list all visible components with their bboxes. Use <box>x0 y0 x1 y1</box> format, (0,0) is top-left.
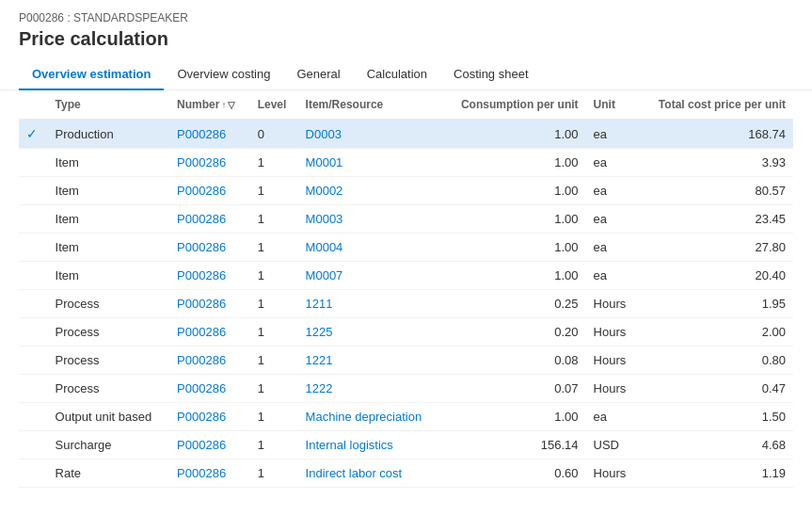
row-type: Item <box>48 234 170 262</box>
col-header-unit: Unit <box>586 90 638 120</box>
table-row[interactable]: ProcessP000286112110.25Hours1.95 <box>19 290 793 318</box>
number-link[interactable]: P000286 <box>177 240 226 254</box>
table-row[interactable]: SurchargeP0002861Internal logistics156.1… <box>19 431 793 459</box>
table-row[interactable]: ItemP0002861M00011.00ea3.93 <box>19 149 793 177</box>
row-number[interactable]: P000286 <box>169 234 250 262</box>
row-level: 0 <box>250 120 298 149</box>
row-item-resource[interactable]: Internal logistics <box>298 431 441 459</box>
number-link[interactable]: P000286 <box>177 353 226 367</box>
table-row[interactable]: RateP0002861Indirect labor cost0.60Hours… <box>19 459 793 488</box>
row-item-resource[interactable]: M0002 <box>298 177 441 205</box>
item-resource-link[interactable]: M0003 <box>306 212 343 226</box>
row-unit: Hours <box>586 347 638 375</box>
row-type: Production <box>48 120 170 149</box>
row-number[interactable]: P000286 <box>169 262 250 290</box>
row-number[interactable]: P000286 <box>169 177 250 205</box>
item-resource-link[interactable]: Machine depreciation <box>306 410 422 424</box>
number-link[interactable]: P000286 <box>177 268 226 282</box>
tab-overview-costing[interactable]: Overview costing <box>164 59 283 90</box>
item-resource-link[interactable]: 1211 <box>306 297 333 311</box>
number-link[interactable]: P000286 <box>177 381 226 395</box>
tab-calculation[interactable]: Calculation <box>354 59 440 90</box>
col-header-number[interactable]: Number↑▽ <box>169 90 250 120</box>
table-row[interactable]: ProcessP000286112210.08Hours0.80 <box>19 347 793 375</box>
row-number[interactable]: P000286 <box>169 431 250 459</box>
table-row[interactable]: ItemP0002861M00071.00ea20.40 <box>19 262 793 290</box>
row-item-resource[interactable]: 1221 <box>298 347 441 375</box>
row-check[interactable] <box>19 431 48 459</box>
row-check[interactable] <box>19 347 48 375</box>
number-link[interactable]: P000286 <box>177 325 226 339</box>
table-row[interactable]: Output unit basedP0002861Machine depreci… <box>19 403 793 431</box>
tab-costing-sheet[interactable]: Costing sheet <box>440 59 542 90</box>
row-consumption: 0.08 <box>441 347 586 375</box>
item-resource-link[interactable]: M0007 <box>306 268 343 282</box>
table-row[interactable]: ItemP0002861M00041.00ea27.80 <box>19 234 793 262</box>
item-resource-link[interactable]: M0001 <box>306 155 343 169</box>
tab-overview-estimation[interactable]: Overview estimation <box>19 59 164 90</box>
row-consumption: 1.00 <box>441 149 586 177</box>
row-check[interactable] <box>19 459 48 488</box>
row-item-resource[interactable]: 1211 <box>298 290 441 318</box>
item-resource-link[interactable]: Indirect labor cost <box>306 466 403 480</box>
row-number[interactable]: P000286 <box>169 120 250 149</box>
row-check[interactable] <box>19 290 48 318</box>
row-item-resource[interactable]: Indirect labor cost <box>298 459 441 488</box>
row-number[interactable]: P000286 <box>169 375 250 403</box>
breadcrumb: P000286 : STANDARDSPEAKER <box>19 11 793 24</box>
row-check[interactable] <box>19 262 48 290</box>
table-row[interactable]: ItemP0002861M00021.00ea80.57 <box>19 177 793 205</box>
number-link[interactable]: P000286 <box>177 438 226 452</box>
row-level: 1 <box>250 177 298 205</box>
item-resource-link[interactable]: 1225 <box>306 325 333 339</box>
item-resource-link[interactable]: 1222 <box>306 381 333 395</box>
row-type: Item <box>48 149 170 177</box>
row-item-resource[interactable]: 1222 <box>298 375 441 403</box>
row-check[interactable] <box>19 149 48 177</box>
row-item-resource[interactable]: D0003 <box>298 120 441 149</box>
row-number[interactable]: P000286 <box>169 318 250 347</box>
number-link[interactable]: P000286 <box>177 410 226 424</box>
row-item-resource[interactable]: M0007 <box>298 262 441 290</box>
number-link[interactable]: P000286 <box>177 127 226 141</box>
row-item-resource[interactable]: M0001 <box>298 149 441 177</box>
item-resource-link[interactable]: M0004 <box>306 240 343 254</box>
row-number[interactable]: P000286 <box>169 403 250 431</box>
row-number[interactable]: P000286 <box>169 205 250 234</box>
row-check[interactable] <box>19 403 48 431</box>
table-row[interactable]: ProcessP000286112250.20Hours2.00 <box>19 318 793 347</box>
row-check[interactable] <box>19 234 48 262</box>
row-item-resource[interactable]: 1225 <box>298 318 441 347</box>
row-check[interactable] <box>19 177 48 205</box>
number-link[interactable]: P000286 <box>177 155 226 169</box>
number-link[interactable]: P000286 <box>177 297 226 311</box>
item-resource-link[interactable]: 1221 <box>306 353 333 367</box>
row-total-cost: 20.40 <box>638 262 793 290</box>
number-link[interactable]: P000286 <box>177 212 226 226</box>
row-check[interactable] <box>19 375 48 403</box>
table-row[interactable]: ProcessP000286112220.07Hours0.47 <box>19 375 793 403</box>
row-item-resource[interactable]: M0004 <box>298 234 441 262</box>
col-header-check <box>19 90 48 120</box>
row-item-resource[interactable]: M0003 <box>298 205 441 234</box>
row-item-resource[interactable]: Machine depreciation <box>298 403 441 431</box>
table-row[interactable]: ✓ProductionP0002860D00031.00ea168.74 <box>19 120 793 149</box>
row-check[interactable]: ✓ <box>19 120 48 149</box>
number-link[interactable]: P000286 <box>177 184 226 198</box>
item-resource-link[interactable]: Internal logistics <box>306 438 393 452</box>
row-number[interactable]: P000286 <box>169 290 250 318</box>
row-unit: ea <box>586 149 638 177</box>
row-number[interactable]: P000286 <box>169 149 250 177</box>
tab-general[interactable]: General <box>283 59 353 90</box>
table-row[interactable]: ItemP0002861M00031.00ea23.45 <box>19 205 793 234</box>
row-number[interactable]: P000286 <box>169 347 250 375</box>
row-check[interactable] <box>19 205 48 234</box>
item-resource-link[interactable]: M0002 <box>306 184 343 198</box>
row-level: 1 <box>250 205 298 234</box>
row-type: Output unit based <box>48 403 170 431</box>
row-number[interactable]: P000286 <box>169 459 250 488</box>
item-resource-link[interactable]: D0003 <box>306 127 342 141</box>
row-total-cost: 23.45 <box>638 205 793 234</box>
number-link[interactable]: P000286 <box>177 466 226 480</box>
row-check[interactable] <box>19 318 48 347</box>
